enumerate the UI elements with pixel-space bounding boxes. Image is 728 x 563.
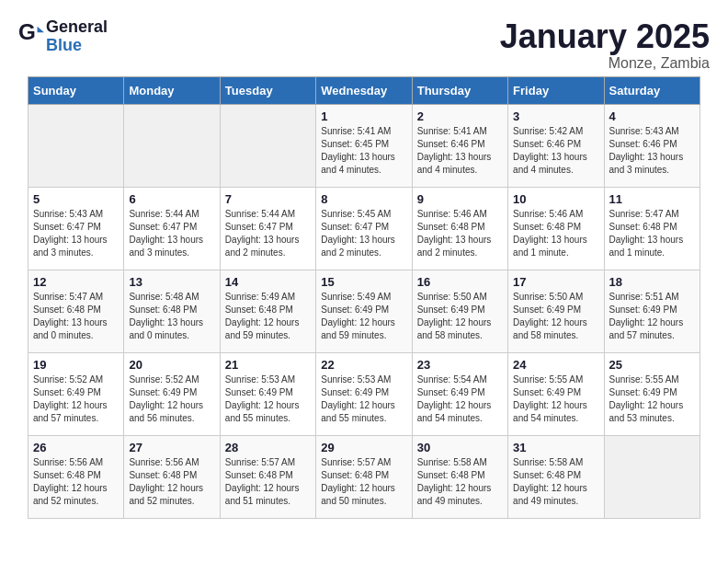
day-number: 14 bbox=[225, 275, 311, 289]
calendar-cell: 2Sunrise: 5:41 AMSunset: 6:46 PMDaylight… bbox=[412, 104, 507, 187]
calendar-cell: 14Sunrise: 5:49 AMSunset: 6:48 PMDayligh… bbox=[220, 270, 315, 352]
calendar-cell: 22Sunrise: 5:53 AMSunset: 6:49 PMDayligh… bbox=[316, 352, 412, 435]
calendar-week-4: 19Sunrise: 5:52 AMSunset: 6:49 PMDayligh… bbox=[28, 352, 700, 435]
day-number: 11 bbox=[609, 192, 695, 206]
calendar-cell: 11Sunrise: 5:47 AMSunset: 6:48 PMDayligh… bbox=[604, 187, 700, 270]
day-number: 30 bbox=[417, 441, 503, 454]
day-info: Sunrise: 5:44 AMSunset: 6:47 PMDaylight:… bbox=[129, 208, 214, 259]
day-info: Sunrise: 5:47 AMSunset: 6:48 PMDaylight:… bbox=[609, 208, 695, 259]
day-number: 1 bbox=[321, 109, 406, 123]
day-number: 23 bbox=[417, 358, 503, 372]
day-number: 6 bbox=[129, 192, 214, 206]
calendar-cell: 9Sunrise: 5:46 AMSunset: 6:48 PMDaylight… bbox=[412, 187, 507, 270]
day-header-thursday: Thursday bbox=[412, 76, 507, 104]
day-number: 13 bbox=[129, 275, 214, 289]
calendar-body: 1Sunrise: 5:41 AMSunset: 6:45 PMDaylight… bbox=[28, 104, 700, 518]
day-info: Sunrise: 5:50 AMSunset: 6:49 PMDaylight:… bbox=[417, 291, 503, 342]
day-info: Sunrise: 5:52 AMSunset: 6:49 PMDaylight:… bbox=[33, 373, 119, 425]
day-info: Sunrise: 5:53 AMSunset: 6:49 PMDaylight:… bbox=[225, 373, 311, 425]
calendar-cell: 21Sunrise: 5:53 AMSunset: 6:49 PMDayligh… bbox=[220, 352, 315, 435]
calendar-cell: 4Sunrise: 5:43 AMSunset: 6:46 PMDaylight… bbox=[604, 104, 700, 187]
day-number: 18 bbox=[609, 275, 695, 289]
calendar-cell: 19Sunrise: 5:52 AMSunset: 6:49 PMDayligh… bbox=[28, 352, 124, 435]
calendar-table-wrapper: SundayMondayTuesdayWednesdayThursdayFrid… bbox=[9, 76, 719, 519]
day-header-friday: Friday bbox=[508, 76, 604, 104]
page-container: G General Blue January 2025 Monze, Zambi… bbox=[9, 9, 719, 519]
day-info: Sunrise: 5:56 AMSunset: 6:48 PMDaylight:… bbox=[129, 456, 214, 508]
day-number: 12 bbox=[33, 275, 119, 289]
calendar-cell: 30Sunrise: 5:58 AMSunset: 6:48 PMDayligh… bbox=[412, 435, 507, 518]
calendar-week-5: 26Sunrise: 5:56 AMSunset: 6:48 PMDayligh… bbox=[28, 435, 700, 518]
calendar-cell bbox=[124, 104, 220, 187]
day-number: 24 bbox=[513, 358, 598, 372]
calendar-cell: 29Sunrise: 5:57 AMSunset: 6:48 PMDayligh… bbox=[316, 435, 412, 518]
calendar-week-3: 12Sunrise: 5:47 AMSunset: 6:48 PMDayligh… bbox=[28, 270, 700, 352]
day-info: Sunrise: 5:43 AMSunset: 6:46 PMDaylight:… bbox=[609, 125, 695, 177]
calendar-cell: 16Sunrise: 5:50 AMSunset: 6:49 PMDayligh… bbox=[412, 270, 507, 352]
calendar-cell: 1Sunrise: 5:41 AMSunset: 6:45 PMDaylight… bbox=[316, 104, 412, 187]
day-header-tuesday: Tuesday bbox=[220, 76, 315, 104]
calendar-cell: 15Sunrise: 5:49 AMSunset: 6:49 PMDayligh… bbox=[316, 270, 412, 352]
day-info: Sunrise: 5:41 AMSunset: 6:45 PMDaylight:… bbox=[321, 125, 406, 177]
calendar-cell: 13Sunrise: 5:48 AMSunset: 6:48 PMDayligh… bbox=[124, 270, 220, 352]
calendar-cell: 10Sunrise: 5:46 AMSunset: 6:48 PMDayligh… bbox=[508, 187, 604, 270]
day-info: Sunrise: 5:55 AMSunset: 6:49 PMDaylight:… bbox=[609, 373, 695, 425]
day-info: Sunrise: 5:54 AMSunset: 6:49 PMDaylight:… bbox=[417, 373, 503, 425]
day-header-wednesday: Wednesday bbox=[316, 76, 412, 104]
day-info: Sunrise: 5:46 AMSunset: 6:48 PMDaylight:… bbox=[513, 208, 598, 259]
day-info: Sunrise: 5:57 AMSunset: 6:48 PMDaylight:… bbox=[225, 456, 311, 508]
calendar-title: January 2025 bbox=[500, 18, 710, 55]
calendar-cell: 27Sunrise: 5:56 AMSunset: 6:48 PMDayligh… bbox=[124, 435, 220, 518]
day-number: 10 bbox=[513, 192, 598, 206]
day-number: 4 bbox=[609, 109, 695, 123]
calendar-cell: 17Sunrise: 5:50 AMSunset: 6:49 PMDayligh… bbox=[508, 270, 604, 352]
day-info: Sunrise: 5:51 AMSunset: 6:49 PMDaylight:… bbox=[609, 291, 695, 342]
calendar-week-1: 1Sunrise: 5:41 AMSunset: 6:45 PMDaylight… bbox=[28, 104, 700, 187]
calendar-cell: 6Sunrise: 5:44 AMSunset: 6:47 PMDaylight… bbox=[124, 187, 220, 270]
day-number: 22 bbox=[321, 358, 406, 372]
day-info: Sunrise: 5:49 AMSunset: 6:48 PMDaylight:… bbox=[225, 291, 311, 342]
day-info: Sunrise: 5:58 AMSunset: 6:48 PMDaylight:… bbox=[513, 456, 598, 508]
day-info: Sunrise: 5:50 AMSunset: 6:49 PMDaylight:… bbox=[513, 291, 598, 342]
header: G General Blue January 2025 Monze, Zambi… bbox=[9, 9, 719, 76]
logo-line1: General bbox=[46, 18, 108, 37]
calendar-cell: 8Sunrise: 5:45 AMSunset: 6:47 PMDaylight… bbox=[316, 187, 412, 270]
day-info: Sunrise: 5:43 AMSunset: 6:47 PMDaylight:… bbox=[33, 208, 119, 259]
day-number: 16 bbox=[417, 275, 503, 289]
day-info: Sunrise: 5:57 AMSunset: 6:48 PMDaylight:… bbox=[321, 456, 406, 508]
day-info: Sunrise: 5:56 AMSunset: 6:48 PMDaylight:… bbox=[33, 456, 119, 508]
calendar-cell: 23Sunrise: 5:54 AMSunset: 6:49 PMDayligh… bbox=[412, 352, 507, 435]
calendar-cell bbox=[220, 104, 315, 187]
day-info: Sunrise: 5:55 AMSunset: 6:49 PMDaylight:… bbox=[513, 373, 598, 425]
day-info: Sunrise: 5:48 AMSunset: 6:48 PMDaylight:… bbox=[129, 291, 214, 342]
calendar-cell: 18Sunrise: 5:51 AMSunset: 6:49 PMDayligh… bbox=[604, 270, 700, 352]
calendar-cell: 28Sunrise: 5:57 AMSunset: 6:48 PMDayligh… bbox=[220, 435, 315, 518]
day-info: Sunrise: 5:41 AMSunset: 6:46 PMDaylight:… bbox=[417, 125, 503, 177]
day-header-saturday: Saturday bbox=[604, 76, 700, 104]
day-number: 3 bbox=[513, 109, 598, 123]
day-number: 5 bbox=[33, 192, 119, 206]
day-number: 31 bbox=[513, 441, 598, 454]
day-number: 8 bbox=[321, 192, 406, 206]
day-number: 2 bbox=[417, 109, 503, 123]
svg-marker-1 bbox=[38, 26, 44, 32]
day-number: 28 bbox=[225, 441, 311, 454]
day-number: 7 bbox=[225, 192, 311, 206]
day-info: Sunrise: 5:49 AMSunset: 6:49 PMDaylight:… bbox=[321, 291, 406, 342]
day-number: 26 bbox=[33, 441, 119, 454]
day-info: Sunrise: 5:52 AMSunset: 6:49 PMDaylight:… bbox=[129, 373, 214, 425]
day-number: 17 bbox=[513, 275, 598, 289]
day-number: 29 bbox=[321, 441, 406, 454]
calendar-cell: 20Sunrise: 5:52 AMSunset: 6:49 PMDayligh… bbox=[124, 352, 220, 435]
calendar-cell: 24Sunrise: 5:55 AMSunset: 6:49 PMDayligh… bbox=[508, 352, 604, 435]
day-number: 9 bbox=[417, 192, 503, 206]
calendar-cell: 5Sunrise: 5:43 AMSunset: 6:47 PMDaylight… bbox=[28, 187, 124, 270]
day-info: Sunrise: 5:53 AMSunset: 6:49 PMDaylight:… bbox=[321, 373, 406, 425]
calendar-table: SundayMondayTuesdayWednesdayThursdayFrid… bbox=[28, 76, 700, 519]
calendar-subtitle: Monze, Zambia bbox=[500, 55, 710, 72]
calendar-cell: 7Sunrise: 5:44 AMSunset: 6:47 PMDaylight… bbox=[220, 187, 315, 270]
day-info: Sunrise: 5:47 AMSunset: 6:48 PMDaylight:… bbox=[33, 291, 119, 342]
calendar-cell: 31Sunrise: 5:58 AMSunset: 6:48 PMDayligh… bbox=[508, 435, 604, 518]
logo-line2: Blue bbox=[46, 37, 108, 55]
title-block: January 2025 Monze, Zambia bbox=[500, 18, 710, 72]
